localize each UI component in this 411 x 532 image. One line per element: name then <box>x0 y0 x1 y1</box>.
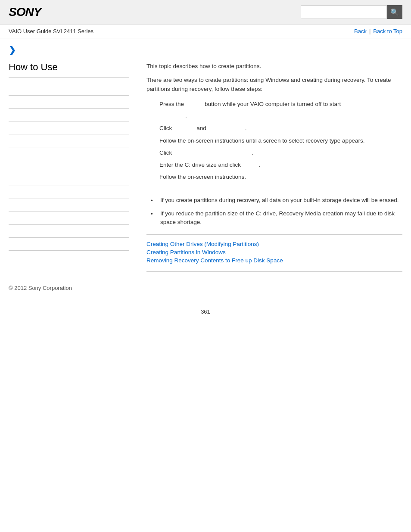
related-link-1[interactable]: Creating Other Drives (Modifying Partiti… <box>146 241 402 247</box>
back-link[interactable]: Back <box>354 28 367 34</box>
search-input[interactable] <box>301 5 387 19</box>
steps-section: Press the button while your VAIO compute… <box>146 100 402 182</box>
sidebar-item[interactable] <box>9 186 129 199</box>
nav-links: Back | Back to Top <box>354 28 402 34</box>
sony-logo: SONY <box>9 5 41 19</box>
sidebar: How to Use <box>9 62 138 272</box>
sidebar-item[interactable] <box>9 109 129 121</box>
search-button[interactable]: 🔍 <box>387 5 402 19</box>
note-2-text: If you reduce the partition size of the … <box>160 209 402 227</box>
step-1b-text: . <box>159 112 187 121</box>
sidebar-title: How to Use <box>9 62 129 78</box>
step-1-label: Press the <box>159 100 185 109</box>
note-1-text: If you create partitions during recovery… <box>160 196 402 205</box>
sidebar-item[interactable] <box>9 121 129 134</box>
step-1: Press the button while your VAIO compute… <box>146 100 402 109</box>
related-links-section: Creating Other Drives (Modifying Partiti… <box>146 234 402 272</box>
page-number: 361 <box>0 300 411 324</box>
step-3-label: Click <box>159 149 185 157</box>
sidebar-item[interactable] <box>9 160 129 173</box>
content-area: This topic describes how to create parti… <box>138 62 402 272</box>
intro-para-1: This topic describes how to create parti… <box>146 62 402 71</box>
chevron-right-icon: ❯ <box>9 45 16 55</box>
copyright-text: © 2012 Sony Corporation <box>9 285 72 291</box>
sidebar-item[interactable] <box>9 173 129 186</box>
sidebar-item[interactable] <box>9 83 129 96</box>
sidebar-item[interactable] <box>9 96 129 109</box>
back-to-top-link[interactable]: Back to Top <box>373 28 402 34</box>
main-content: How to Use This topic describes how to c… <box>0 57 411 276</box>
step-2b-text: Follow the on-screen instructions until … <box>159 137 364 145</box>
bullet-2: • <box>151 210 158 218</box>
note-2: • If you reduce the partition size of th… <box>146 209 402 227</box>
step-5: Follow the on-screen instructions. <box>146 173 402 181</box>
breadcrumb: ❯ <box>0 38 411 57</box>
search-area: 🔍 <box>301 5 402 19</box>
sidebar-item[interactable] <box>9 225 129 238</box>
intro-para-2: There are two ways to create partitions:… <box>146 75 402 94</box>
step-3-text: . <box>185 149 253 157</box>
related-link-2[interactable]: Creating Partitions in Windows <box>146 249 402 255</box>
step-2: Click and . <box>146 124 402 133</box>
section-divider-1 <box>146 188 402 188</box>
step-1-text: button while your VAIO computer is turne… <box>185 100 341 109</box>
step-5-text: Follow the on-screen instructions. <box>159 173 246 181</box>
step-1b: . <box>146 112 402 121</box>
search-icon: 🔍 <box>390 8 399 16</box>
step-2-text: and . <box>185 124 247 133</box>
bullet-1: • <box>151 196 158 205</box>
sidebar-item[interactable] <box>9 212 129 225</box>
note-1: • If you create partitions during recove… <box>146 196 402 205</box>
sidebar-item[interactable] <box>9 134 129 147</box>
step-2-label: Click <box>159 124 185 133</box>
notes-section: • If you create partitions during recove… <box>146 196 402 227</box>
sidebar-item[interactable] <box>9 147 129 160</box>
step-3: Click . <box>146 149 402 157</box>
sidebar-item[interactable] <box>9 199 129 212</box>
related-link-3[interactable]: Removing Recovery Contents to Free up Di… <box>146 257 402 264</box>
nav-bar: VAIO User Guide SVL2411 Series Back | Ba… <box>0 25 411 38</box>
step-4-text: Enter the C: drive size and click . <box>159 161 260 169</box>
page-header: SONY 🔍 <box>0 0 411 25</box>
guide-title: VAIO User Guide SVL2411 Series <box>9 28 93 34</box>
footer: © 2012 Sony Corporation <box>0 276 411 300</box>
nav-separator: | <box>369 28 371 34</box>
sidebar-item[interactable] <box>9 238 129 251</box>
step-4: Enter the C: drive size and click . <box>146 161 402 169</box>
step-2b: Follow the on-screen instructions until … <box>146 137 402 145</box>
